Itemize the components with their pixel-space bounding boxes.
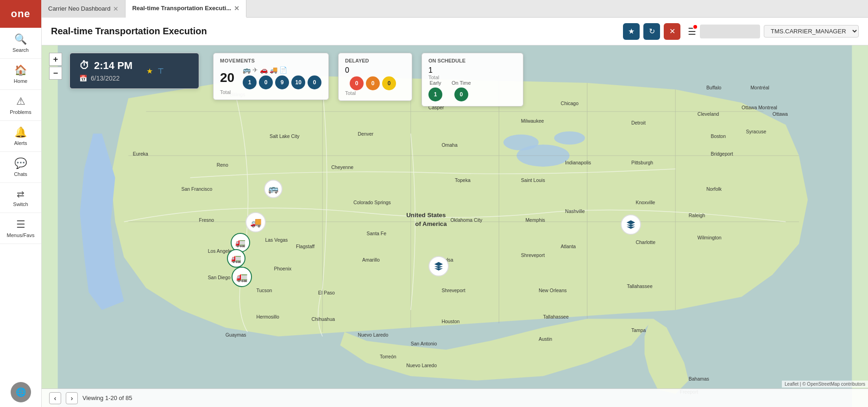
alerts-icon: 🔔 — [14, 126, 27, 138]
sidebar-label-switch: Switch — [13, 201, 28, 207]
menu-button[interactable]: ☰ — [688, 26, 696, 37]
tab-carrier-neo-close[interactable]: ✕ — [113, 5, 119, 13]
svg-text:Hermosillo: Hermosillo — [256, 315, 279, 320]
plane-icon: ✈ — [252, 66, 258, 74]
avatar[interactable]: 🌐 — [11, 382, 31, 402]
schedule-total: 1 — [428, 66, 433, 75]
zoom-in-button[interactable]: + — [49, 53, 62, 66]
zoom-out-button[interactable]: − — [49, 67, 62, 80]
svg-point-8 — [554, 131, 585, 145]
svg-text:Tallahassee: Tallahassee — [543, 315, 568, 320]
doc-icon: 📄 — [279, 66, 287, 74]
schedule-panel[interactable]: ON SCHEDULE 1 Total Early 1 On Time 0 — [421, 53, 523, 106]
delayed-panel[interactable]: DELAYED 0 0 0 0 Total — [338, 53, 412, 101]
svg-text:Las Vegas: Las Vegas — [265, 238, 288, 243]
movements-icons: 🚌 ✈ 🚗 🚚 📄 — [243, 66, 321, 74]
bubble-2: 0 — [259, 75, 273, 89]
svg-text:of America: of America — [415, 221, 447, 228]
svg-text:Knoxville: Knoxville — [635, 200, 655, 205]
sidebar-label-home: Home — [14, 78, 27, 84]
sidebar-item-home[interactable]: 🏠 Home — [0, 59, 41, 90]
svg-text:Milwaukee: Milwaukee — [521, 119, 544, 124]
svg-text:United States: United States — [406, 212, 446, 219]
schedule-early-col: Early 1 — [428, 80, 442, 101]
delayed-bubble-orange: 0 — [366, 76, 380, 90]
marker-truck-4[interactable]: 🚛 — [232, 267, 252, 287]
svg-text:Nashville: Nashville — [565, 209, 585, 214]
marker-truck-1[interactable]: 🚚 — [245, 212, 266, 232]
schedule-early-label: Early — [429, 80, 441, 86]
marker-bus[interactable]: 🚌 — [264, 180, 283, 198]
favorite-button[interactable]: ★ — [623, 23, 640, 40]
svg-text:San Francisco: San Francisco — [181, 187, 212, 192]
svg-text:Reno: Reno — [217, 163, 228, 168]
svg-text:Buffalo: Buffalo — [706, 85, 722, 90]
bus-icon: 🚌 — [243, 66, 251, 74]
delayed-bubble-yellow: 0 — [382, 76, 396, 90]
tab-rte-close[interactable]: ✕ — [234, 5, 239, 12]
app-logo: one — [0, 0, 41, 28]
home-icon: 🏠 — [14, 64, 27, 76]
marker-stack-1[interactable] — [428, 256, 449, 276]
svg-text:Omaha: Omaha — [441, 143, 458, 148]
svg-text:Tucson: Tucson — [256, 288, 272, 293]
map-container[interactable]: Billings Salt Lake City Reno San Francis… — [42, 45, 868, 407]
marker-stack-2[interactable] — [621, 214, 641, 235]
delayed-total-label: Total — [345, 90, 405, 96]
close-button[interactable]: ✕ — [664, 23, 680, 40]
datetime-star-button[interactable]: ★ — [146, 67, 153, 75]
sidebar-item-alerts[interactable]: 🔔 Alerts — [0, 121, 41, 152]
marker-truck-3[interactable]: 🚛 — [227, 249, 245, 268]
sidebar-item-chats[interactable]: 💬 Chats — [0, 152, 41, 183]
svg-text:Colorado Springs: Colorado Springs — [353, 200, 391, 205]
svg-text:Memphis: Memphis — [525, 218, 545, 223]
svg-text:Raleigh: Raleigh — [689, 213, 705, 218]
page-title: Real-time Transportation Execution — [51, 26, 207, 37]
bubble-1: 1 — [243, 75, 257, 89]
movements-panel[interactable]: MOVEMENTS 20 🚌 ✈ 🚗 🚚 📄 1 0 — [213, 53, 329, 100]
refresh-button[interactable]: ↻ — [643, 23, 660, 40]
sidebar-label-search: Search — [13, 47, 29, 53]
zoom-controls: + − — [49, 53, 62, 80]
datetime-panel: ⏱ 2:14 PM 📅 6/13/2022 ★ ⊤ — [69, 53, 199, 89]
sidebar-item-search[interactable]: 🔍 Search — [0, 28, 41, 59]
sidebar-item-menus[interactable]: ☰ Menus/Favs — [0, 213, 41, 244]
search-icon: 🔍 — [14, 33, 27, 45]
svg-text:Austin: Austin — [539, 337, 552, 342]
sidebar-label-alerts: Alerts — [14, 140, 27, 146]
svg-text:Bahamas: Bahamas — [689, 376, 709, 382]
movements-total-label: Total — [220, 89, 322, 95]
svg-text:New Orleans: New Orleans — [539, 288, 567, 293]
svg-text:Detroit: Detroit — [631, 120, 646, 125]
calendar-icon: 📅 — [79, 75, 87, 82]
user-role-select[interactable]: TMS.CARRIER_MANAGER — [764, 25, 859, 38]
svg-text:Montréal: Montréal — [750, 85, 769, 90]
sidebar-item-problems[interactable]: ⚠ Problems — [0, 90, 41, 121]
schedule-total-label: Total — [428, 75, 439, 80]
svg-text:Indianapolis: Indianapolis — [565, 160, 591, 165]
bubble-4: 10 — [291, 75, 305, 89]
delayed-bubbles: 0 0 0 — [350, 76, 405, 90]
viewing-text: Viewing 1-20 of 85 — [82, 394, 132, 401]
user-avatar-blurred — [700, 25, 760, 38]
tab-carrier-neo[interactable]: Carrier Neo Dashboard ✕ — [42, 0, 126, 18]
sidebar-item-switch[interactable]: ⇄ Switch — [0, 183, 41, 213]
svg-text:Cheyenne: Cheyenne — [331, 165, 353, 170]
svg-text:Santa Fe: Santa Fe — [367, 231, 387, 236]
car-icon: 🚗 — [260, 66, 268, 74]
schedule-ontime-label: On Time — [452, 80, 471, 86]
sidebar-label-problems: Problems — [10, 109, 31, 115]
svg-text:Topeka: Topeka — [455, 178, 471, 183]
map-attribution: Leaflet | © OpenStreetMap contributors — [782, 381, 868, 388]
schedule-ontime-count: 0 — [454, 88, 468, 101]
bubble-5: 0 — [308, 75, 321, 89]
svg-text:Flagstaff: Flagstaff — [296, 244, 314, 249]
svg-text:Charlotte: Charlotte — [635, 240, 655, 245]
schedule-ontime-col: On Time 0 — [452, 80, 471, 101]
svg-text:Tallahassee: Tallahassee — [627, 284, 652, 289]
schedule-early-count: 1 — [428, 88, 442, 101]
datetime-filter-button[interactable]: ⊤ — [157, 67, 164, 75]
next-page-button[interactable]: › — [66, 392, 78, 404]
prev-page-button[interactable]: ‹ — [49, 392, 61, 404]
tab-rte[interactable]: Real-time Transportation Executi... ✕ — [126, 0, 246, 18]
